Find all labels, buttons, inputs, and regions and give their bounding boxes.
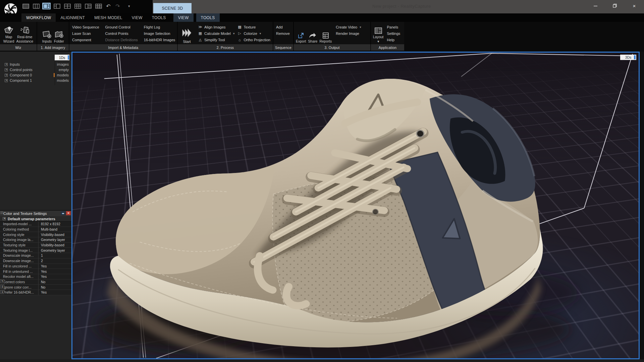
- layout-preset-3-icon[interactable]: [42, 3, 51, 9]
- layout-preset-1-icon[interactable]: [21, 3, 30, 9]
- laser-scan-item[interactable]: Laser Scan: [71, 30, 101, 37]
- layout-preset-4-icon[interactable]: [53, 3, 61, 9]
- expand-icon[interactable]: [5, 63, 8, 66]
- chevron-down-icon[interactable]: ▾: [233, 32, 235, 35]
- quick-access-toolbar: ↶ ↷ ▾: [21, 3, 130, 9]
- tree-row-value: models: [57, 73, 69, 77]
- layout-preset-7-icon[interactable]: [84, 3, 92, 9]
- layout-button[interactable]: Layout ▾: [372, 23, 384, 44]
- map-wizard-button[interactable]: Map Wizard: [3, 24, 15, 44]
- reports-button[interactable]: Reports: [319, 28, 332, 44]
- tree-row-control-points[interactable]: Control points empty: [0, 67, 71, 72]
- redo-icon[interactable]: ↷: [114, 3, 121, 9]
- control-points-item[interactable]: Control Points: [104, 30, 139, 37]
- expand-icon[interactable]: [5, 68, 8, 71]
- tab-scene-tools[interactable]: TOOLS: [196, 13, 220, 22]
- expand-icon[interactable]: [5, 79, 8, 82]
- group-label-import-metadata: Import & Metadata: [69, 44, 178, 51]
- preset-export-icon[interactable]: ↧: [0, 290, 4, 294]
- setting-row: Coloring image la...Geometry layer: [0, 237, 71, 243]
- viewport-3d[interactable]: 3Ds: [71, 52, 640, 359]
- expand-icon[interactable]: [3, 217, 6, 220]
- expand-icon[interactable]: [5, 74, 8, 77]
- tab-3ds[interactable]: 3Ds: [620, 55, 636, 60]
- tab-mesh-model[interactable]: MESH MODEL: [90, 13, 127, 22]
- align-images-icon: ≫: [198, 25, 203, 29]
- sequence-add-item[interactable]: Add: [275, 24, 291, 30]
- ribbon-group-wiz: Map Wizard Real-time Assistance: [0, 22, 37, 44]
- setting-row: Recolor model aft...Yes: [0, 274, 71, 280]
- realtime-assistance-button[interactable]: Real-time Assistance: [15, 24, 34, 44]
- tab-alignment[interactable]: ALIGNMENT: [56, 13, 90, 22]
- layout-preset-6-icon[interactable]: [73, 3, 82, 9]
- close-panel-icon[interactable]: ✕: [66, 211, 71, 215]
- layout-preset-5-icon[interactable]: [63, 3, 71, 9]
- simplify-tool-item[interactable]: ◬ Simplify Tool: [197, 37, 236, 43]
- default-unwrap-parameters-header[interactable]: Default unwrap parameters: [0, 216, 71, 222]
- ribbon-tab-row: WORKFLOW ALIGNMENT MESH MODEL VIEW TOOLS…: [0, 13, 644, 22]
- panel-grip[interactable]: [0, 211, 3, 214]
- export-button[interactable]: Export: [295, 28, 307, 44]
- inputs-button[interactable]: Inputs: [41, 28, 53, 44]
- panels-item[interactable]: Panels: [386, 24, 402, 30]
- calculate-model-item[interactable]: ▦ Calculate Model ▾: [197, 30, 236, 37]
- help-item[interactable]: Help: [386, 37, 402, 43]
- tree-row-inputs[interactable]: Inputs images: [0, 62, 71, 67]
- tab-1ds[interactable]: 1Ds: [55, 55, 69, 60]
- scene-3d-canvas[interactable]: 3Ds: [72, 53, 639, 358]
- component-item[interactable]: Component: [71, 37, 101, 43]
- share-button[interactable]: Share: [307, 28, 318, 44]
- folder-button[interactable]: Folder: [53, 28, 65, 44]
- tree-row-value: models: [57, 78, 69, 82]
- share-icon: [309, 29, 317, 39]
- setting-row: Ignore color corr...No: [0, 285, 71, 290]
- create-video-item[interactable]: Create Video ▾: [334, 24, 363, 30]
- setting-row: Downscale image...1: [0, 253, 71, 258]
- restore-button[interactable]: [605, 0, 625, 11]
- inputs-icon: [42, 29, 52, 39]
- align-images-item[interactable]: ≫ Align Images: [197, 24, 236, 30]
- start-button[interactable]: Start: [179, 23, 195, 44]
- preset-import-icon[interactable]: ↥: [0, 285, 4, 289]
- undo-icon[interactable]: ↶: [105, 3, 112, 9]
- setting-row: Coloring methodMulti-band: [0, 227, 71, 232]
- chevron-down-icon[interactable]: ▾: [377, 40, 379, 43]
- tab-workflow[interactable]: WORKFLOW: [21, 13, 56, 22]
- dock-panel-icon[interactable]: ◂▸: [61, 211, 65, 215]
- image-selection-item[interactable]: Image Selection: [143, 30, 177, 37]
- hdr-images-item[interactable]: 16-bit/HDR Images: [143, 37, 177, 43]
- flight-log-item[interactable]: Flight Log: [143, 24, 177, 30]
- reports-icon: [322, 29, 329, 39]
- settings-item[interactable]: Settings: [386, 30, 402, 37]
- layout-preset-2-icon[interactable]: [32, 3, 40, 9]
- chevron-down-icon[interactable]: ▾: [360, 25, 361, 29]
- setting-row: Prefer 16-bit/HDR...Yes: [0, 290, 71, 295]
- tab-3ds-accent: [634, 55, 636, 59]
- close-button[interactable]: ×: [625, 0, 644, 11]
- tree-row-component-1[interactable]: Component 1 models: [0, 78, 71, 83]
- tab-view[interactable]: VIEW: [127, 13, 147, 22]
- chevron-down-icon[interactable]: ▾: [260, 32, 261, 35]
- minimize-button[interactable]: [586, 0, 605, 11]
- ground-control-item[interactable]: Ground Control: [104, 24, 139, 30]
- scene-3d-tab[interactable]: SCENE 3D: [153, 3, 192, 13]
- customize-toolbar-chevron-icon[interactable]: ▾: [128, 4, 130, 8]
- tab-scene-view[interactable]: VIEW: [173, 13, 194, 22]
- preset-load-icon[interactable]: ↰: [0, 279, 4, 283]
- ribbon-group-labels: Wiz 1. Add imagery Import & Metadata 2. …: [0, 44, 404, 51]
- tree-row-component-0[interactable]: Component 0 models: [0, 72, 71, 78]
- layout-preset-8-icon[interactable]: [94, 3, 103, 9]
- group-label-application: Application: [371, 44, 404, 51]
- ribbon-group-import-metadata: Video Sequence Laser Scan Component Grou…: [69, 22, 178, 44]
- setting-row: Imported-model ...8192 x 8192: [0, 222, 71, 227]
- sequence-remove-item[interactable]: Remove: [275, 30, 291, 37]
- texture-item[interactable]: ▩ Texture: [236, 24, 271, 30]
- render-image-item[interactable]: Render Image: [334, 30, 363, 37]
- eyelet: [417, 130, 424, 137]
- video-sequence-item[interactable]: Video Sequence: [71, 24, 101, 30]
- panel-titlebar[interactable]: Color and Texture Settings ◂▸ ✕: [0, 210, 71, 216]
- tab-tools[interactable]: TOOLS: [147, 13, 171, 22]
- colorize-item[interactable]: ▷ Colorize ▾: [236, 30, 271, 37]
- ortho-projection-item[interactable]: ⌂ Ortho Projection: [236, 37, 271, 43]
- tree-row-value: empty: [59, 68, 69, 72]
